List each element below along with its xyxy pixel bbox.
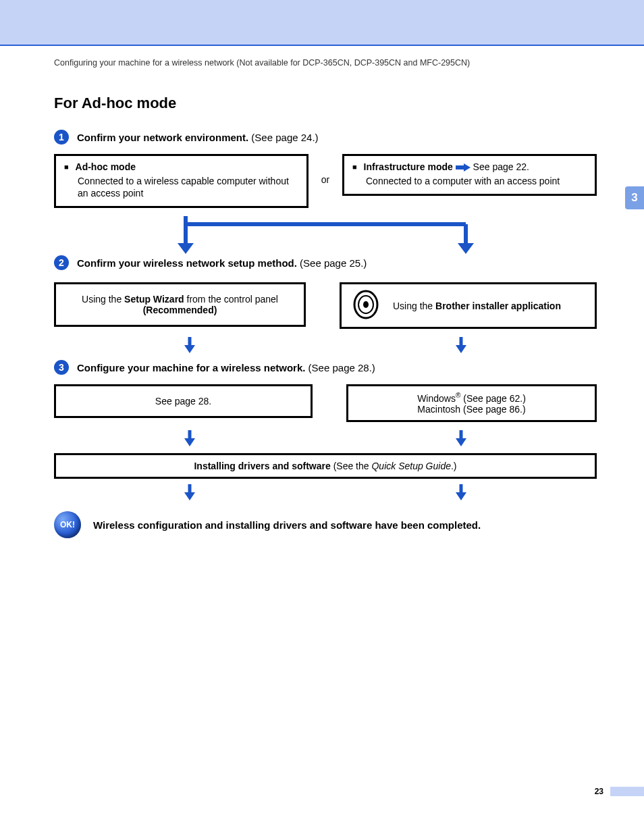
top-banner	[0, 0, 644, 46]
infra-body: Connected to a computer with an access p…	[366, 175, 587, 187]
os-pages-box: Windows® (See page 62.) Macintosh (See p…	[346, 384, 597, 422]
ok-badge-icon: OK!	[54, 511, 81, 538]
svg-marker-0	[456, 163, 471, 172]
or-label: or	[315, 154, 336, 185]
completion-row: OK! Wireless configuration and installin…	[54, 511, 597, 538]
chapter-tab: 3	[625, 186, 644, 209]
method-choice-row: Using the Setup Wizard from the control …	[54, 282, 597, 329]
step-3-text: Configure your machine for a wireless ne…	[77, 362, 375, 373]
configure-row: See page 28. Windows® (See page 62.) Mac…	[54, 384, 597, 422]
brother-installer-box: Using the Brother installer application	[340, 282, 597, 329]
page-num-accent	[610, 787, 644, 796]
adhoc-mode-box: ■ Ad-hoc mode Connected to a wireless ca…	[54, 154, 308, 208]
completion-text: Wireless configuration and installing dr…	[93, 519, 481, 531]
down-arrow-icon	[184, 484, 196, 500]
down-arrow-icon	[455, 484, 467, 500]
infrastructure-mode-box: ■ Infrastructure mode See page 22. Conne…	[342, 154, 597, 196]
step-2-text: Confirm your wireless network setup meth…	[77, 257, 367, 269]
running-header: Configuring your machine for a wireless …	[54, 58, 597, 68]
arrows-after-step3	[54, 430, 597, 446]
page-content: Configuring your machine for a wireless …	[0, 46, 644, 538]
arrows-after-install	[54, 484, 597, 500]
connector-1	[54, 216, 597, 249]
down-arrow-icon	[455, 337, 467, 353]
infra-link[interactable]: See page 22.	[473, 161, 529, 172]
mode-choice-row: ■ Ad-hoc mode Connected to a wireless ca…	[54, 154, 597, 208]
cd-icon	[351, 290, 381, 321]
step-badge-2: 2	[54, 255, 69, 270]
svg-marker-12	[456, 345, 466, 353]
svg-point-8	[363, 301, 369, 308]
step-2: 2 Confirm your wireless network setup me…	[54, 255, 597, 270]
step-badge-3: 3	[54, 360, 69, 375]
down-arrow-icon	[184, 430, 196, 446]
adhoc-body: Connected to a wireless capable computer…	[78, 175, 298, 199]
svg-marker-5	[458, 243, 474, 254]
svg-marker-2	[178, 243, 194, 254]
brother-installer-text: Using the Brother installer application	[393, 301, 561, 311]
down-arrow-icon	[184, 337, 196, 353]
right-arrow-icon	[456, 161, 473, 172]
infra-title: Infrastructure mode	[364, 161, 453, 172]
svg-marker-10	[184, 345, 195, 353]
down-arrow-icon	[455, 430, 467, 446]
see-page-28-box: See page 28.	[54, 384, 313, 418]
square-bullet-icon: ■	[352, 163, 357, 171]
square-bullet-icon: ■	[64, 163, 69, 171]
page-number: 23	[595, 787, 603, 796]
svg-marker-14	[184, 438, 195, 446]
step-1: 1 Confirm your network environment. (See…	[54, 130, 597, 145]
setup-wizard-box: Using the Setup Wizard from the control …	[54, 282, 306, 327]
adhoc-title: Ad-hoc mode	[76, 161, 136, 172]
arrows-after-step2	[54, 337, 597, 353]
svg-marker-16	[456, 438, 466, 446]
svg-marker-20	[456, 492, 466, 500]
svg-marker-18	[184, 492, 195, 500]
install-drivers-box: Installing drivers and software (See the…	[54, 453, 597, 479]
step-1-text: Confirm your network environment. (See p…	[77, 132, 319, 143]
step-badge-1: 1	[54, 130, 69, 145]
section-title: For Ad-hoc mode	[54, 95, 597, 112]
step-3: 3 Configure your machine for a wireless …	[54, 360, 597, 375]
